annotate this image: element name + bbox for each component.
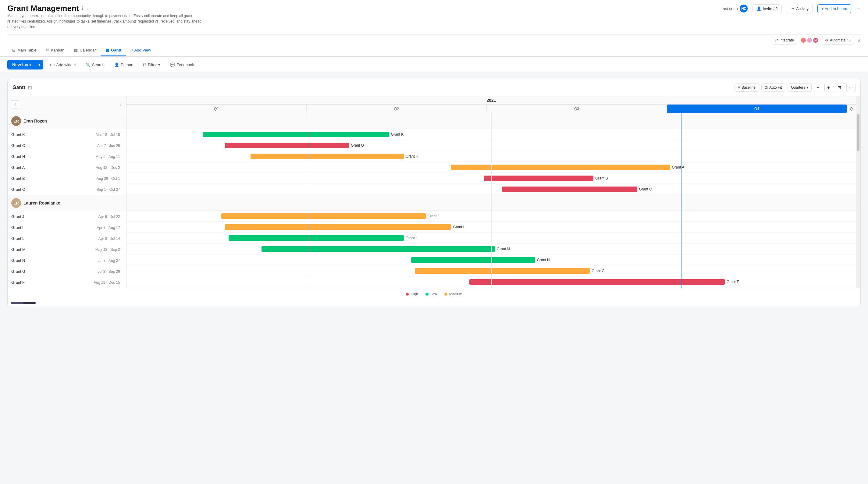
quarter-q1: Q1 <box>126 104 307 113</box>
timeline-row-lauren-1: Grant I <box>126 221 856 233</box>
gantt-bar-lauren-6[interactable]: Grant F <box>469 279 725 285</box>
tab-calendar[interactable]: ▦ Calendar <box>69 45 100 56</box>
tab-kanban[interactable]: ⧉ Kanban <box>41 44 69 56</box>
add-widget-button[interactable]: + + Add widget <box>45 60 79 69</box>
timeline-row-eran-2: Grant H <box>126 151 856 162</box>
integrate-button[interactable]: ⇄ Integrate <box>772 36 797 44</box>
filter-button[interactable]: ⊡ Filter ▾ <box>139 60 164 69</box>
more-options-button[interactable]: ··· <box>856 5 861 12</box>
gantt-bar-eran-0[interactable]: Grant K <box>203 132 389 137</box>
grant-row-lauren-2: Grant L Apr 8 - Jul 14 <box>8 233 126 244</box>
tab-main-table[interactable]: ⊞ Main Table <box>7 45 41 56</box>
bottom-scrollbar[interactable] <box>11 302 36 304</box>
info-icon[interactable]: ℹ <box>82 5 84 11</box>
filter-icon: ⊡ <box>143 62 146 67</box>
activity-button[interactable]: 〜 Activity <box>786 4 812 13</box>
gantt-bar-lauren-2[interactable]: Grant L <box>228 235 404 241</box>
gantt-bar-lauren-4[interactable]: Grant N <box>411 257 535 263</box>
quarter-q5: Q <box>847 104 856 113</box>
quarter-q2: Q2 <box>307 104 487 113</box>
gantt-timeline-rows: Grant KGrant OGrant HGrant AGrant BGrant… <box>126 113 856 288</box>
timeline-row-eran-3: Grant A <box>126 162 856 173</box>
gantt-filter-icon[interactable]: ⊡ <box>28 85 32 91</box>
tab-add-view[interactable]: + Add View <box>126 45 156 56</box>
quarter-q3: Q3 <box>487 104 667 113</box>
legend: High Low Medium <box>8 288 860 300</box>
new-item-dropdown[interactable]: ▾ <box>36 60 43 69</box>
gantt-bar-lauren-3[interactable]: Grant M <box>261 246 495 252</box>
grant-row-eran-4: Grant B Aug 26 - Oct 1 <box>8 173 126 184</box>
baseline-icon: ≡ <box>738 85 740 90</box>
gantt-collapse-arrow[interactable]: ‹ <box>117 101 124 108</box>
person-button[interactable]: 👤 Person <box>111 60 137 69</box>
person-icon: 👤 <box>114 62 119 67</box>
search-button[interactable]: 🔍 Search <box>82 60 108 69</box>
grant-name-lauren-3: Grant M <box>11 247 36 252</box>
auto-fit-button[interactable]: ⊡ Auto Fit <box>761 83 785 92</box>
person-name-lauren: Lauren Rosalanko <box>24 201 60 205</box>
grant-date-lauren-5: Jul 8 - Sep 29 <box>36 269 123 274</box>
add-widget-label: + Add widget <box>53 62 76 67</box>
bottom-scrollbar-thumb[interactable] <box>11 302 24 304</box>
new-item-button[interactable]: New Item <box>7 60 36 69</box>
collapse-bar-icon[interactable]: ∧ <box>858 38 861 43</box>
star-icon[interactable]: ☆ <box>86 5 90 11</box>
grant-row-eran-1: Grant O Apr 7 - Jun 25 <box>8 140 126 151</box>
gantt-bar-eran-1[interactable]: Grant O <box>225 143 349 148</box>
auto-fit-label: Auto Fit <box>769 85 782 90</box>
year-label: 2021 <box>126 96 856 104</box>
gantt-left-rows: ER Eran Rozen Grant K Mar 18 - Jul 15 Gr… <box>8 113 126 288</box>
nav-tabs: ⊞ Main Table ⧉ Kanban ▦ Calendar ▦ Gantt… <box>7 44 861 56</box>
gantt-bar-eran-3[interactable]: Grant A <box>451 164 670 170</box>
zoom-in-button[interactable]: + <box>825 83 832 92</box>
gantt-bar-eran-4[interactable]: Grant B <box>484 176 593 181</box>
legend-high: High <box>406 292 418 296</box>
app-title: Grant Management <box>7 4 79 13</box>
gantt-bar-eran-5[interactable]: Grant C <box>502 186 637 192</box>
grant-row-lauren-5: Grant G Jul 8 - Sep 29 <box>8 266 126 277</box>
export-button[interactable]: ⊡ <box>835 83 844 92</box>
grant-date-eran-1: Apr 7 - Jun 25 <box>36 144 123 148</box>
gantt-bar-lauren-5[interactable]: Grant G <box>415 268 590 274</box>
quarters-button[interactable]: Quarters ▾ <box>787 83 812 92</box>
gantt-more-button[interactable]: ··· <box>846 83 856 92</box>
baseline-label: Baseline <box>742 85 755 90</box>
timeline-row-lauren-0: Grant J <box>126 211 856 221</box>
last-seen-label: Last seen <box>720 6 738 11</box>
gantt-bar-eran-2[interactable]: Grant H <box>250 154 404 159</box>
person-row-eran: ER Eran Rozen <box>8 113 126 129</box>
gantt-bar-label-eran-0: Grant K <box>391 132 404 137</box>
zoom-out-button[interactable]: − <box>814 83 822 92</box>
collapse-icon[interactable]: ✕ <box>11 100 19 109</box>
scrollbar-thumb[interactable] <box>857 114 860 151</box>
grant-name-lauren-1: Grant I <box>11 225 36 230</box>
legend-label-low: Low <box>430 292 437 296</box>
grant-date-eran-0: Mar 18 - Jul 15 <box>36 132 123 137</box>
gantt-bar-lauren-0[interactable]: Grant J <box>221 213 426 219</box>
grant-row-eran-5: Grant C Sep 1 - Oct 27 <box>8 184 126 195</box>
new-item-label: New Item <box>12 62 31 67</box>
grant-row-lauren-3: Grant M May 13 - Sep 2 <box>8 244 126 255</box>
automate-button[interactable]: ⚙ Automate / 8 <box>822 36 854 44</box>
baseline-button[interactable]: ≡ Baseline <box>735 83 759 92</box>
grant-name-eran-2: Grant H <box>11 154 36 159</box>
integration-dot-m: M <box>813 38 818 43</box>
gantt-title-text: Gantt <box>12 85 25 90</box>
tab-gantt[interactable]: ▦ Gantt <box>100 45 126 56</box>
grant-row-eran-0: Grant K Mar 18 - Jul 15 <box>8 129 126 140</box>
legend-label-medium: Medium <box>449 292 462 296</box>
grant-name-lauren-2: Grant L <box>11 236 36 241</box>
gantt-bar-label-lauren-5: Grant G <box>592 269 605 273</box>
timeline-row-lauren-2: Grant L <box>126 233 856 244</box>
legend-low: Low <box>426 292 437 296</box>
add-to-board-button[interactable]: + Add to board <box>817 4 851 13</box>
scrollbar-container[interactable] <box>856 96 860 288</box>
invite-button[interactable]: 👤 Invite / 2 <box>752 4 782 13</box>
legend-dot-low <box>426 293 429 296</box>
feedback-button[interactable]: 💬 Feedback <box>166 60 197 69</box>
integration-dot-pink <box>807 38 812 43</box>
grant-name-lauren-0: Grant J <box>11 214 36 219</box>
grant-date-lauren-1: Apr 7 - Aug 17 <box>36 225 123 230</box>
gantt-bar-lauren-1[interactable]: Grant I <box>225 224 451 230</box>
calendar-label: Calendar <box>80 48 96 53</box>
